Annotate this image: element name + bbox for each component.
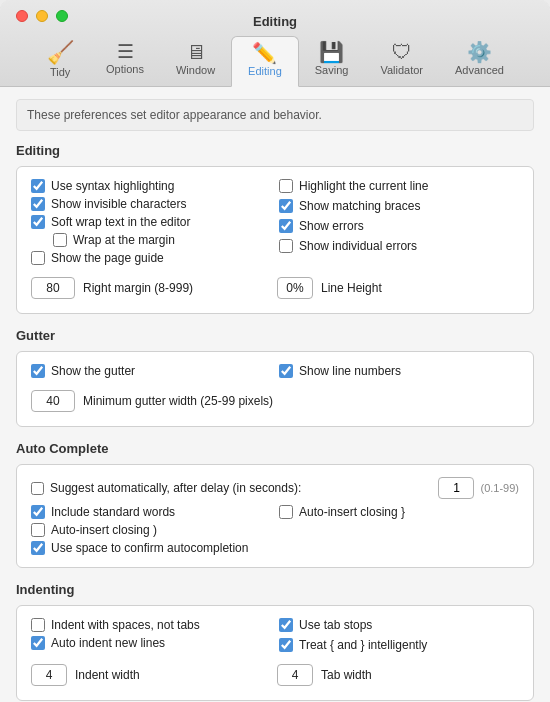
titlebar: Editing 🧹 Tidy ☰ Options 🖥 Window ✏️ Edi… <box>0 0 550 87</box>
treat-braces-row: Treat { and } intelligently <box>279 636 519 654</box>
editing-left-col: Use syntax highlighting Show invisible c… <box>31 177 271 267</box>
autocomplete-left-col: Include standard words Auto-insert closi… <box>31 503 271 557</box>
gutter-width-input[interactable] <box>31 390 75 412</box>
show-gutter-checkbox[interactable] <box>31 364 45 378</box>
toolbar-item-validator[interactable]: 🛡 Validator <box>364 36 439 86</box>
auto-insert-close-brace-row: Auto-insert closing } <box>279 503 519 521</box>
treat-braces-label: Treat { and } intelligently <box>299 638 427 652</box>
toolbar-item-saving[interactable]: 💾 Saving <box>299 36 365 86</box>
show-individual-label: Show individual errors <box>299 239 417 253</box>
toolbar-item-options[interactable]: ☰ Options <box>90 36 160 86</box>
gutter-width-row: Minimum gutter width (25-99 pixels) <box>31 386 519 416</box>
editing-section-title: Editing <box>16 143 534 158</box>
gutter-section: Gutter Show the gutter Show line numbers… <box>16 328 534 427</box>
tab-width-input[interactable] <box>277 664 313 686</box>
treat-braces-checkbox[interactable] <box>279 638 293 652</box>
toolbar-label-advanced: Advanced <box>455 64 504 76</box>
content: These preferences set editor appearance … <box>0 87 550 702</box>
toolbar-item-tidy[interactable]: 🧹 Tidy <box>30 36 90 86</box>
gutter-grid: Show the gutter Show line numbers <box>31 362 519 380</box>
show-invisible-label: Show invisible characters <box>51 197 186 211</box>
toolbar-label-tidy: Tidy <box>50 66 70 78</box>
use-space-confirm-checkbox[interactable] <box>31 541 45 555</box>
auto-indent-row: Auto indent new lines <box>31 634 271 652</box>
auto-indent-checkbox[interactable] <box>31 636 45 650</box>
show-matching-row: Show matching braces <box>279 197 519 215</box>
tidy-icon: 🧹 <box>47 42 74 64</box>
use-tab-stops-label: Use tab stops <box>299 618 372 632</box>
margin-row: Right margin (8-999) Line Height <box>31 273 519 303</box>
use-space-confirm-row: Use space to confirm autocompletion <box>31 539 271 557</box>
gutter-section-body: Show the gutter Show line numbers Minimu… <box>16 351 534 427</box>
tab-width-label: Tab width <box>321 668 372 682</box>
indent-width-label: Indent width <box>75 668 140 682</box>
show-page-guide-label: Show the page guide <box>51 251 164 265</box>
show-individual-row: Show individual errors <box>279 237 519 255</box>
toolbar-label-window: Window <box>176 64 215 76</box>
use-tab-stops-row: Use tab stops <box>279 616 519 634</box>
window-title: Editing <box>253 14 297 29</box>
editing-right-col: Highlight the current line Show matching… <box>279 177 519 267</box>
show-gutter-row: Show the gutter <box>31 362 271 380</box>
line-height-input-row: Line Height <box>277 273 519 303</box>
indenting-section-title: Indenting <box>16 582 534 597</box>
toolbar-item-window[interactable]: 🖥 Window <box>160 36 231 86</box>
validator-icon: 🛡 <box>392 42 412 62</box>
show-page-guide-checkbox[interactable] <box>31 251 45 265</box>
soft-wrap-checkbox[interactable] <box>31 215 45 229</box>
suggest-row: Suggest automatically, after delay (in s… <box>31 475 519 501</box>
editing-section-body: Use syntax highlighting Show invisible c… <box>16 166 534 314</box>
indenting-left-col: Indent with spaces, not tabs Auto indent… <box>31 616 271 654</box>
toolbar-item-advanced[interactable]: ⚙️ Advanced <box>439 36 520 86</box>
close-button[interactable] <box>16 10 28 22</box>
line-height-label: Line Height <box>321 281 382 295</box>
autocomplete-section-body: Suggest automatically, after delay (in s… <box>16 464 534 568</box>
indent-spaces-row: Indent with spaces, not tabs <box>31 616 271 634</box>
indenting-section-body: Indent with spaces, not tabs Auto indent… <box>16 605 534 701</box>
wrap-margin-checkbox[interactable] <box>53 233 67 247</box>
indent-width-input[interactable] <box>31 664 67 686</box>
include-standard-row: Include standard words <box>31 503 271 521</box>
soft-wrap-label: Soft wrap text in the editor <box>51 215 190 229</box>
right-margin-label: Right margin (8-999) <box>83 281 193 295</box>
indent-spaces-checkbox[interactable] <box>31 618 45 632</box>
delay-range: (0.1-99) <box>480 482 519 494</box>
window: Editing 🧹 Tidy ☰ Options 🖥 Window ✏️ Edi… <box>0 0 550 702</box>
include-standard-checkbox[interactable] <box>31 505 45 519</box>
editing-section: Editing Use syntax highlighting Show inv… <box>16 143 534 314</box>
suggest-auto-checkbox[interactable] <box>31 482 44 495</box>
show-individual-checkbox[interactable] <box>279 239 293 253</box>
show-matching-checkbox[interactable] <box>279 199 293 213</box>
line-height-input[interactable] <box>277 277 313 299</box>
toolbar: 🧹 Tidy ☰ Options 🖥 Window ✏️ Editing 💾 S… <box>30 30 520 86</box>
wrap-margin-label: Wrap at the margin <box>73 233 175 247</box>
delay-input[interactable] <box>438 477 474 499</box>
show-errors-checkbox[interactable] <box>279 219 293 233</box>
indent-width-row: Indent width Tab width <box>31 660 519 690</box>
highlight-line-checkbox[interactable] <box>279 179 293 193</box>
suggest-auto-label: Suggest automatically, after delay (in s… <box>50 481 432 495</box>
show-gutter-label: Show the gutter <box>51 364 135 378</box>
minimize-button[interactable] <box>36 10 48 22</box>
auto-insert-close-paren-row: Auto-insert closing ) <box>31 521 271 539</box>
use-syntax-checkbox[interactable] <box>31 179 45 193</box>
auto-insert-close-paren-checkbox[interactable] <box>31 523 45 537</box>
maximize-button[interactable] <box>56 10 68 22</box>
toolbar-item-editing[interactable]: ✏️ Editing <box>231 36 299 87</box>
auto-insert-close-brace-checkbox[interactable] <box>279 505 293 519</box>
saving-icon: 💾 <box>319 42 344 62</box>
gutter-section-title: Gutter <box>16 328 534 343</box>
right-margin-input[interactable] <box>31 277 75 299</box>
indenting-grid: Indent with spaces, not tabs Auto indent… <box>31 616 519 654</box>
toolbar-label-validator: Validator <box>380 64 423 76</box>
options-icon: ☰ <box>117 42 134 61</box>
indenting-section: Indenting Indent with spaces, not tabs A… <box>16 582 534 701</box>
show-line-numbers-label: Show line numbers <box>299 364 401 378</box>
show-line-numbers-checkbox[interactable] <box>279 364 293 378</box>
show-invisible-checkbox[interactable] <box>31 197 45 211</box>
use-tab-stops-checkbox[interactable] <box>279 618 293 632</box>
indenting-right-col: Use tab stops Treat { and } intelligentl… <box>279 616 519 654</box>
show-errors-row: Show errors <box>279 217 519 235</box>
indent-spaces-label: Indent with spaces, not tabs <box>51 618 200 632</box>
tab-width-input-row: Tab width <box>277 660 519 690</box>
